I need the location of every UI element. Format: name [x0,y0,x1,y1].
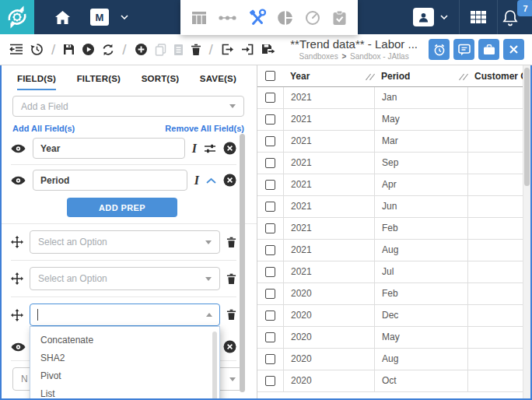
prep-option-combobox[interactable] [30,304,220,326]
document-toolbar: / / [0,34,532,65]
notification-badge: 7 [517,0,532,16]
apps-grid-button[interactable] [460,9,497,26]
row-checkbox[interactable] [265,311,275,321]
dropdown-option[interactable]: Pivot [30,367,219,385]
schedule-button[interactable] [429,39,450,60]
add-field-select[interactable]: Add a Field [12,96,244,117]
row-checkbox[interactable] [265,376,275,386]
dropdown-option[interactable]: List [30,385,219,400]
italic-format-icon[interactable]: I [192,142,197,155]
cell-period: Jul [374,261,467,282]
row-checkbox[interactable] [265,354,275,364]
add-button[interactable] [135,43,148,56]
row-checkbox[interactable] [265,202,275,212]
comments-button[interactable] [453,39,474,60]
dropdown-scrollbar[interactable] [212,332,217,400]
column-resize-handle[interactable] [366,72,374,81]
remove-field-icon[interactable] [223,142,236,155]
pie-chart-button[interactable] [278,10,293,26]
delete-prep-icon[interactable] [226,309,236,321]
save-button[interactable] [63,44,75,55]
dropdown-option[interactable]: SHA2 [30,349,219,367]
chevron-down-icon [205,240,212,244]
column-header-customer[interactable]: Customer Co [467,71,523,82]
remove-all-fields-link[interactable]: Remove All Field(s) [165,124,244,133]
row-checkbox[interactable] [265,289,275,299]
fields-panel: FIELD(S) FILTER(S) SORT(S) SAVE(S) Add a… [2,65,257,398]
column-header-period[interactable]: Period [381,71,410,82]
table-scrollbar-thumb[interactable] [524,68,530,186]
save-export-button[interactable] [261,44,275,55]
briefcase-button[interactable] [478,39,499,60]
collapse-chevron-up-icon[interactable] [206,177,216,184]
table-scrollbar[interactable] [523,65,530,398]
home-button[interactable] [55,11,70,24]
breadcrumb-root[interactable]: Sandboxes [299,52,338,61]
panel-tab[interactable]: FIELD(S) [17,74,56,90]
panel-scrollbar[interactable] [240,134,245,392]
gauge-button[interactable] [305,10,320,26]
history-button[interactable] [30,43,44,56]
italic-format-icon[interactable]: I [194,174,199,187]
user-account-button[interactable] [413,8,434,26]
row-checkbox[interactable] [265,158,275,168]
row-checkbox[interactable] [265,93,275,103]
add-prep-button[interactable]: ADD PREP [67,198,177,217]
columns-view-button[interactable] [191,11,207,25]
move-handle-icon[interactable] [11,236,23,248]
copy-button[interactable] [155,44,166,56]
panel-tab[interactable]: SAVE(S) [200,74,236,90]
clipboard-check-button[interactable] [332,10,347,26]
export-icon [221,44,234,55]
dropdown-option[interactable]: Concatenate [30,332,219,349]
row-checkbox[interactable] [265,245,275,255]
delete-button[interactable] [191,44,201,56]
chevron-down-icon [229,104,236,108]
prep-option-select[interactable]: Select an Option [30,267,220,290]
paste-button[interactable] [173,44,184,56]
delete-prep-icon[interactable] [226,237,236,248]
tune-sliders-icon[interactable] [204,143,216,154]
field-name-input[interactable] [33,138,185,159]
play-icon [82,43,95,56]
chevron-down-icon [229,377,236,381]
visibility-eye-icon[interactable] [11,342,26,352]
prep-option-select[interactable]: Select an Option [30,230,220,254]
run-button[interactable] [82,43,95,56]
import-button[interactable] [241,44,254,55]
flow-view-button[interactable] [219,14,236,22]
move-handle-icon[interactable] [11,272,23,285]
column-header-year[interactable]: Year [290,71,310,82]
user-chevron-down-icon[interactable] [440,15,448,19]
column-resize-handle[interactable] [459,72,467,81]
row-checkbox[interactable] [265,223,275,233]
app-logo[interactable] [0,0,34,34]
cell-customer [467,174,523,195]
close-button[interactable] [503,39,524,60]
table-row: 2021 Aug [257,240,523,261]
select-all-checkbox[interactable] [265,71,275,81]
data-prep-tools-button[interactable] [248,9,266,26]
panel-tab[interactable]: FILTER(S) [77,74,121,90]
row-checkbox[interactable] [265,136,275,146]
panel-tab[interactable]: SORT(S) [142,74,180,90]
workspace-button[interactable]: M [90,9,109,26]
notifications-button[interactable]: 7 [498,0,532,34]
add-all-fields-link[interactable]: Add All Field(s) [12,124,75,133]
refresh-button[interactable] [102,44,114,56]
row-checkbox[interactable] [265,267,275,277]
row-checkbox[interactable] [265,114,275,125]
columns-icon [191,11,207,25]
remove-field-icon[interactable] [223,340,236,353]
visibility-eye-icon[interactable] [11,144,26,153]
row-checkbox[interactable] [265,332,275,342]
remove-field-icon[interactable] [223,174,236,187]
field-name-input[interactable] [33,170,187,191]
visibility-eye-icon[interactable] [11,176,26,185]
move-handle-icon[interactable] [11,309,23,321]
delete-prep-icon[interactable] [226,273,236,285]
workspace-chevron-down-icon[interactable] [121,15,128,19]
outline-button[interactable] [9,44,23,55]
row-checkbox[interactable] [265,180,275,190]
export-button[interactable] [221,44,234,55]
